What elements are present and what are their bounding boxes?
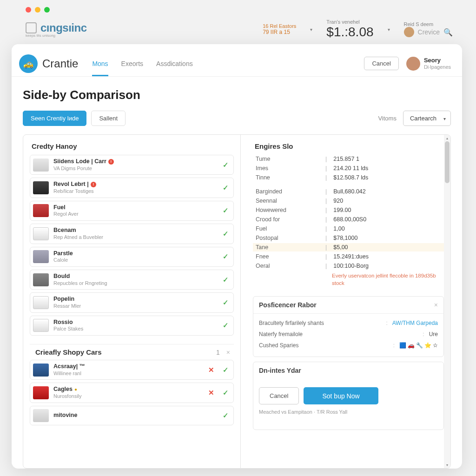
section-title-engines: Engires Slo bbox=[253, 142, 444, 150]
car-thumbnail bbox=[33, 250, 49, 263]
car-subtitle: Regol Aver bbox=[53, 211, 218, 218]
car-row[interactable]: Cagles●Nurosfonsily✕✓ bbox=[30, 383, 234, 403]
card-row: Cushed Sparies:🟦🚗🔧⭐☆ bbox=[259, 340, 438, 351]
car-row[interactable]: BouldRepucbles or Rngreting✓ bbox=[30, 270, 234, 290]
page-title: Side-by Comparison bbox=[23, 88, 451, 102]
car-subtitle: Reb/licar Tostiges bbox=[53, 188, 218, 195]
rating-icons: 🟦🚗🔧⭐☆ bbox=[399, 342, 438, 349]
cancel-button[interactable]: Cancel bbox=[364, 57, 398, 70]
car-row[interactable]: Acsraay| ™Willinee ranl✕✓ bbox=[30, 360, 234, 380]
car-title: Revol Lebrt |! bbox=[53, 181, 218, 188]
check-icon: ✓ bbox=[223, 206, 229, 215]
car-title: Siidens Lode | Carr! bbox=[53, 158, 218, 165]
car-thumbnail bbox=[33, 319, 49, 332]
card-link[interactable]: AW/THM Garpeda bbox=[392, 320, 438, 326]
check-icon: ✓ bbox=[223, 298, 229, 307]
check-icon: ✓ bbox=[223, 276, 229, 284]
card-title: Posficencer Rabor bbox=[259, 301, 317, 309]
car-thumbnail bbox=[33, 296, 49, 309]
cross-icon: ✕ bbox=[208, 389, 214, 397]
comparison-modal: 🚕 Crantie MonsExeortsAssdications Cancel… bbox=[12, 44, 462, 469]
footer-note: Meached vs Eampitaon · T/R Ross Yall bbox=[259, 407, 438, 424]
spec-row: Seennal|920 bbox=[253, 197, 444, 205]
car-title: Rossio bbox=[53, 319, 218, 326]
check-icon: ✓ bbox=[223, 252, 229, 261]
car-row[interactable]: Siidens Lode | Carr!VA Digms Porute✓ bbox=[30, 155, 234, 175]
section-title-credty: Credty Hanoy bbox=[30, 142, 234, 150]
close-icon[interactable]: × bbox=[434, 301, 438, 309]
car-title: Parstle bbox=[53, 250, 218, 258]
car-subtitle: Repucbles or Rngreting bbox=[53, 280, 218, 287]
user-sub: Di·lpagenes bbox=[424, 64, 451, 70]
salient-pill[interactable]: Sallent bbox=[91, 111, 126, 126]
alert-badge-icon: ! bbox=[108, 159, 114, 165]
car-title: Cagles● bbox=[53, 386, 204, 393]
spec-note: Everly uservatcon jellint flecoble in 18… bbox=[253, 270, 444, 291]
car-thumbnail bbox=[33, 273, 49, 286]
car-row[interactable]: RossioPalce Stakes✓ bbox=[30, 316, 234, 336]
check-icon: ✓ bbox=[223, 321, 229, 330]
car-title: Acsraay| ™ bbox=[53, 363, 204, 370]
car-subtitle: Nurosfonsily bbox=[53, 393, 204, 400]
user-chip[interactable]: Seory Di·lpagenes bbox=[406, 57, 451, 71]
spec-row: Barginded|Bull,680.042 bbox=[253, 187, 444, 196]
window-traffic-lights[interactable] bbox=[26, 7, 50, 13]
verified-badge-icon: ● bbox=[74, 387, 77, 393]
car-row[interactable]: BcenamRep Atned a Buvebler✓ bbox=[30, 224, 234, 244]
dates-card: Dn-intes Ydar Cancel Sot bup Now Meached… bbox=[253, 362, 444, 430]
car-row[interactable]: FuelRegol Aver✓ bbox=[30, 201, 234, 221]
check-icon: ✓ bbox=[223, 161, 229, 169]
car-row[interactable]: PopelinRessar Mler✓ bbox=[30, 292, 234, 312]
modal-brand: 🚕 Crantie bbox=[19, 54, 78, 73]
section-count: 1 bbox=[216, 349, 220, 356]
scroll-up-icon[interactable]: ▴ bbox=[444, 135, 450, 141]
spec-row: Fnee|15.2491:dues bbox=[253, 252, 444, 261]
car-row[interactable]: ParstleCalole✓ bbox=[30, 247, 234, 267]
car-row[interactable]: mitovine✓ bbox=[30, 406, 234, 425]
view-select[interactable]: Cartearch bbox=[403, 111, 451, 126]
car-subtitle: Calole bbox=[53, 257, 218, 264]
spec-row: Tane|$5,00 bbox=[253, 243, 444, 251]
car-row[interactable]: Revol Lebrt |!Reb/licar Tostiges✓ bbox=[30, 178, 234, 198]
check-icon: ✓ bbox=[223, 184, 229, 192]
car-title: Popelin bbox=[53, 296, 218, 303]
check-icon: ✓ bbox=[223, 366, 229, 374]
car-thumbnail bbox=[33, 364, 49, 377]
alert-badge-icon: ! bbox=[91, 182, 96, 187]
tab-exeorts[interactable]: Exeorts bbox=[121, 51, 143, 76]
check-icon: ✓ bbox=[223, 230, 229, 238]
cancel-button[interactable]: Cancel bbox=[259, 387, 299, 404]
car-subtitle: VA Digms Porute bbox=[53, 165, 218, 172]
close-icon[interactable]: × bbox=[226, 349, 230, 356]
avatar bbox=[406, 57, 420, 71]
seen-currently-pill[interactable]: Seen Crentiy lиde bbox=[23, 111, 86, 126]
check-icon: ✓ bbox=[223, 389, 229, 397]
spec-row: Postopal|$78,1000 bbox=[253, 234, 444, 242]
car-thumbnail bbox=[33, 159, 49, 172]
buy-now-button[interactable]: Sot bup Now bbox=[304, 387, 378, 404]
card-row: Naterfy fremailole:Ure bbox=[259, 329, 438, 340]
spec-row: Crood for|688.00,00S0 bbox=[253, 215, 444, 224]
card-title: Dn-intes Ydar bbox=[259, 367, 301, 374]
car-thumbnail bbox=[33, 227, 49, 240]
tab-mons[interactable]: Mons bbox=[92, 51, 108, 76]
car-title: Bould bbox=[53, 273, 218, 280]
card-value: Ure bbox=[429, 331, 438, 337]
check-icon: ✓ bbox=[223, 411, 229, 420]
car-title: Fuel bbox=[53, 204, 218, 212]
scroll-thumb[interactable] bbox=[445, 141, 450, 183]
spec-row: Tume|215.857 1 bbox=[253, 155, 444, 163]
car-thumbnail bbox=[33, 409, 49, 422]
performance-card: Posficencer Rabor × Bracultety firfarile… bbox=[253, 296, 444, 357]
car-subtitle: Willinee ranl bbox=[53, 370, 204, 377]
car-title: Bcenam bbox=[53, 227, 218, 234]
car-thumbnail bbox=[33, 386, 49, 399]
spec-row: Howewered|199.00 bbox=[253, 206, 444, 214]
scroll-down-icon[interactable]: ▾ bbox=[444, 462, 450, 468]
card-row: Bracultety firfarilely shants:AW/THM Gar… bbox=[259, 317, 438, 329]
scrollbar[interactable]: ▴ ▾ bbox=[444, 135, 450, 468]
section-title-shopy: Crieafly Shopy Cars bbox=[33, 348, 102, 356]
toolbar-text: Vitoms bbox=[378, 115, 397, 122]
cross-icon: ✕ bbox=[208, 366, 214, 374]
tab-assdications[interactable]: Assdications bbox=[156, 51, 193, 76]
